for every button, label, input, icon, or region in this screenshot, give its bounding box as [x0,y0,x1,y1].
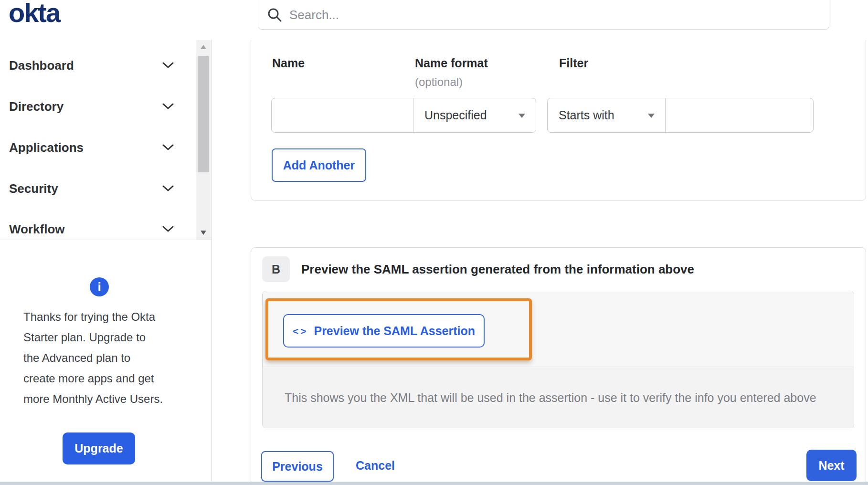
sidebar-item-security[interactable]: Security [9,180,174,197]
nav-bottom-divider [0,240,212,240]
trial-message-line: Thanks for trying the Okta [23,306,191,327]
scroll-up-arrow-icon[interactable] [201,45,206,49]
sidebar-item-applications[interactable]: Applications [9,139,174,156]
sidebar-item-label: Applications [9,140,84,155]
attribute-name-input[interactable] [271,98,413,133]
sidebar-item-label: Workflow [9,222,65,237]
sidebar-divider [212,40,212,485]
preview-saml-assertion-button[interactable]: <> Preview the SAML Assertion [283,314,485,348]
code-icon: <> [293,325,308,337]
global-search-input[interactable]: Search... [258,0,829,30]
sidebar-item-directory[interactable]: Directory [9,98,174,115]
preview-button-label: Preview the SAML Assertion [314,324,475,338]
previous-button[interactable]: Previous [261,451,334,482]
name-format-select[interactable]: Unspecified [413,98,536,133]
bottom-edge-strip [0,482,868,485]
chevron-down-icon [162,185,174,192]
name-column-label: Name [272,56,305,70]
header-bar: okta Search... [0,0,868,40]
chevron-down-icon [162,62,174,69]
optional-sublabel: (optional) [415,75,463,89]
okta-logo: okta [9,0,60,28]
scrollbar-thumb[interactable] [198,56,209,172]
filter-operator-select[interactable]: Starts with [547,98,666,133]
name-format-column-label: Name format [415,56,488,70]
sidebar-item-label: Dashboard [9,58,74,73]
trial-message-line: more Monthly Active Users. [23,389,191,409]
dropdown-caret-icon [519,114,525,118]
upgrade-button[interactable]: Upgrade [63,432,135,464]
name-format-selected-value: Unspecified [424,108,487,122]
sidebar-item-dashboard[interactable]: Dashboard [9,57,174,74]
sidebar-item-label: Security [9,181,58,196]
filter-column-label: Filter [559,56,588,70]
search-icon [267,7,283,23]
filter-operator-selected-value: Starts with [559,108,614,122]
add-another-button[interactable]: Add Another [272,148,366,182]
info-icon: i [90,277,109,296]
sidebar-item-workflow[interactable]: Workflow [9,221,174,237]
sidebar-nav: Dashboard Directory Applications Securit… [0,40,196,240]
sidebar-scrollbar[interactable] [196,40,211,240]
step-b-badge: B [262,256,290,282]
search-placeholder: Search... [289,8,339,22]
trial-message-line: the Advanced plan to [23,348,191,368]
preview-note: This shows you the XML that will be used… [285,391,816,405]
saml-preview-card: B Preview the SAML assertion generated f… [251,247,866,485]
filter-value-input[interactable] [665,98,814,133]
preview-panel-note-area: This shows you the XML that will be used… [263,367,854,428]
dropdown-caret-icon [648,114,655,118]
scroll-down-arrow-icon[interactable] [201,231,206,235]
okta-admin-page: okta Search... Dashboard Directory [0,0,868,485]
chevron-down-icon [162,103,174,110]
chevron-down-icon [162,144,174,151]
preview-section-title: Preview the SAML assertion generated fro… [301,262,694,277]
chevron-down-icon [162,226,174,232]
trial-message-line: Starter plan. Upgrade to [23,327,191,348]
next-button[interactable]: Next [806,450,857,481]
sidebar-item-label: Directory [9,99,64,114]
cancel-link[interactable]: Cancel [356,459,395,473]
trial-message: Thanks for trying the Okta Starter plan.… [23,306,191,409]
trial-message-line: create more apps and get [23,368,191,389]
